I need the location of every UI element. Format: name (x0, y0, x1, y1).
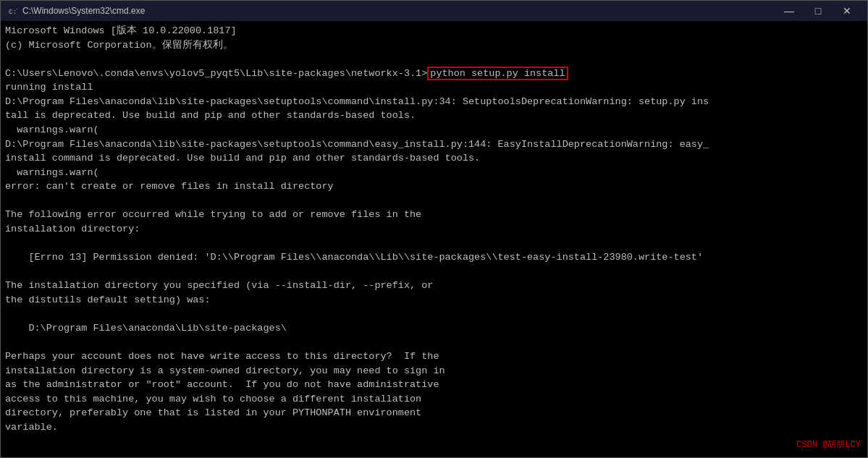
console-line-blank-5 (5, 307, 863, 321)
cmd-window: C:\ C:\Windows\System32\cmd.exe — □ ✕ Mi… (0, 0, 868, 458)
title-bar-left: C:\ C:\Windows\System32\cmd.exe (7, 5, 145, 17)
watermark: CSDN @胡朋LCY (796, 438, 861, 451)
console-line-1: Microsoft Windows [版本 10.0.22000.1817] (5, 24, 863, 38)
console-line-warn2: D:\Program Files\anaconda\lib\site-packa… (5, 137, 863, 152)
console-line-following: The following error occurred while tryin… (5, 208, 863, 222)
console-line-variable: variable. (5, 420, 863, 435)
console-line-pythonpath: directory, preferably one that is listed… (5, 406, 863, 420)
console-line-error: error: can't create or remove files in i… (5, 179, 863, 194)
console-line-perhaps: Perhaps your account does not have write… (5, 349, 863, 364)
console-line-blank-3 (5, 236, 863, 250)
console-line-blank-1 (5, 52, 863, 67)
console-line-installdir2: The installation directory you specified… (5, 279, 863, 293)
maximize-button[interactable]: □ (804, 1, 833, 21)
console-line-warn2b: install command is deprecated. Use build… (5, 151, 863, 166)
svg-text:C:\: C:\ (9, 9, 17, 16)
highlighted-command: python setup.py install (427, 67, 568, 80)
console-line-blank-6 (5, 335, 863, 349)
console-line-default: the distutils default setting) was: (5, 293, 863, 308)
console-line-access: access to this machine, you may wish to … (5, 392, 863, 407)
console-line-installdir: installation directory: (5, 222, 863, 237)
close-button[interactable]: ✕ (833, 1, 861, 21)
console-line-path: D:\Program Files\anaconda\Lib\site-packa… (5, 321, 863, 336)
console-line-warn1b: tall is deprecated. Use build and pip an… (5, 109, 863, 123)
console-line-errno: [Errno 13] Permission denied: 'D:\\Progr… (5, 250, 863, 265)
console-line-warn2c: warnings.warn( (5, 166, 863, 180)
console-line-sysowned: installation directory is a system-owned… (5, 364, 863, 378)
console-line-admin: as the administrator or "root" account. … (5, 378, 863, 392)
title-bar-title: C:\Windows\System32\cmd.exe (22, 6, 145, 16)
console-line-warn1c: warnings.warn( (5, 123, 863, 137)
title-bar: C:\ C:\Windows\System32\cmd.exe — □ ✕ (1, 1, 867, 21)
console-line-running: running install (5, 80, 863, 95)
console-line-blank-4 (5, 265, 863, 279)
console-line-blank-2 (5, 194, 863, 208)
cmd-icon: C:\ (7, 5, 18, 17)
title-bar-controls: — □ ✕ (775, 1, 861, 21)
minimize-button[interactable]: — (775, 1, 804, 21)
console-line-warn1: D:\Program Files\anaconda\lib\site-packa… (5, 95, 863, 109)
window-wrapper: C:\ C:\Windows\System32\cmd.exe — □ ✕ Mi… (0, 0, 868, 458)
console-line-2: (c) Microsoft Corporation。保留所有权利。 (5, 38, 863, 53)
console-line-prompt: C:\Users\Lenovo\.conda\envs\yolov5_pyqt5… (5, 67, 863, 81)
console-body: Microsoft Windows [版本 10.0.22000.1817] (… (1, 21, 867, 457)
